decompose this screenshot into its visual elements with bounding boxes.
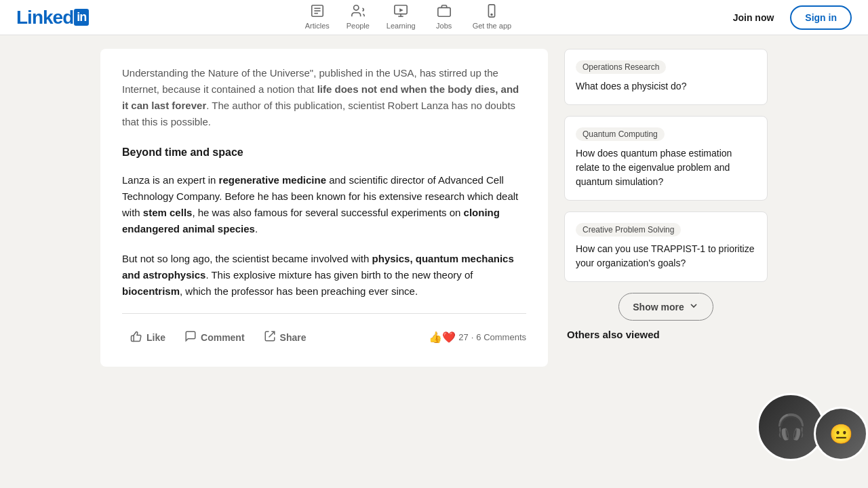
others-viewed-section: Others also viewed [564, 329, 768, 340]
nav-jobs[interactable]: Jobs [424, 1, 465, 34]
logo-in: in [74, 9, 89, 26]
nav-people-label: People [347, 22, 370, 30]
article-para-2: But not so long ago, the scientist becam… [122, 251, 526, 300]
svg-marker-6 [399, 8, 403, 12]
navbar: Linkedin Articles People Learning Jobs [0, 0, 868, 35]
problem-solving-tag: Creative Problem Solving [576, 223, 681, 237]
chevron-down-icon [688, 300, 699, 313]
others-viewed-heading: Others also viewed [567, 329, 765, 340]
actions-bar: Like Comment Share 👍 ❤️ 27 · [122, 313, 526, 350]
nav-learning[interactable]: Learning [378, 1, 424, 34]
get-app-icon [484, 3, 499, 20]
nav-learning-label: Learning [387, 22, 416, 30]
ops-research-tag: Operations Research [576, 60, 666, 74]
para2-pre: But not so long ago, the scientist becam… [122, 253, 372, 264]
people-icon [351, 3, 366, 20]
sidebar: Operations Research What does a physicis… [564, 49, 768, 367]
nav-get-app[interactable]: Get the app [465, 1, 520, 34]
para1-end: . [255, 223, 258, 235]
share-button[interactable]: Share [256, 325, 315, 350]
show-more-label: Show more [633, 302, 684, 312]
para1-bold1: regenerative medicine [219, 174, 326, 186]
comment-label: Comment [201, 332, 245, 343]
comments-count: 6 Comments [476, 332, 526, 342]
share-label: Share [280, 332, 307, 343]
sidebar-card-problem-solving: Creative Problem Solving How can you use… [564, 211, 768, 282]
like-button[interactable]: Like [122, 325, 174, 350]
like-icon [130, 330, 142, 345]
nav-get-app-label: Get the app [473, 22, 512, 30]
reactions-separator: · [471, 332, 474, 342]
article-content: Understanding the Nature of the Universe… [100, 49, 548, 367]
quantum-question[interactable]: How does quantum phase estimation relate… [576, 146, 756, 189]
share-icon [264, 330, 276, 345]
para1-post: , he was also famous for several success… [192, 207, 463, 218]
nav-actions: Join now Sign in [722, 5, 852, 30]
para1-pre: Lanza is an expert in [122, 174, 219, 186]
sidebar-card-ops-research: Operations Research What does a physicis… [564, 49, 768, 105]
reactions-count: 27 [458, 332, 468, 342]
like-reaction-icon: 👍 [429, 331, 442, 344]
sidebar-card-quantum: Quantum Computing How does quantum phase… [564, 116, 768, 201]
articles-icon [310, 3, 325, 20]
para2-post: , which the professor has been preaching… [180, 285, 418, 297]
svg-point-4 [353, 5, 358, 10]
nav-items: Articles People Learning Jobs Get the ap… [100, 1, 716, 34]
logo-text: Linked [16, 7, 73, 28]
reaction-icons: 👍 ❤️ [429, 331, 456, 344]
reactions-area: 👍 ❤️ 27 · 6 Comments [429, 331, 526, 344]
love-reaction-icon: ❤️ [442, 331, 456, 344]
sign-in-button[interactable]: Sign in [790, 5, 852, 30]
nav-articles[interactable]: Articles [297, 1, 338, 34]
quantum-tag: Quantum Computing [576, 127, 665, 141]
ops-research-question[interactable]: What does a physicist do? [576, 79, 756, 94]
comment-button[interactable]: Comment [176, 325, 253, 350]
page-wrapper: Understanding the Nature of the Universe… [0, 35, 868, 380]
learning-icon [393, 3, 408, 20]
logo[interactable]: Linkedin [16, 7, 89, 28]
nav-articles-label: Articles [305, 22, 330, 30]
para2-bold2: biocentrism [122, 285, 180, 297]
nav-people[interactable]: People [338, 1, 378, 34]
comment-icon [184, 330, 197, 345]
others-viewed-label: Others also viewed [567, 329, 660, 340]
svg-point-12 [491, 14, 492, 16]
article-body: Understanding the Nature of the Universe… [122, 65, 526, 300]
para2-mid: . This explosive mixture has given birth… [205, 269, 473, 281]
show-more-container: Show more [564, 293, 768, 321]
article-heading: Beyond time and space [122, 144, 526, 161]
show-more-button[interactable]: Show more [618, 293, 713, 321]
para1-bold2: stem cells [143, 207, 193, 218]
nav-jobs-label: Jobs [436, 22, 452, 30]
problem-solving-question[interactable]: How can you use TRAPPIST-1 to prioritize… [576, 242, 756, 270]
jobs-icon [437, 3, 452, 20]
article-intro-para: Understanding the Nature of the Universe… [122, 65, 526, 130]
join-now-button[interactable]: Join now [722, 7, 785, 28]
article-para-1: Lanza is an expert in regenerative medic… [122, 172, 526, 237]
svg-rect-9 [437, 7, 450, 16]
like-label: Like [146, 332, 165, 343]
